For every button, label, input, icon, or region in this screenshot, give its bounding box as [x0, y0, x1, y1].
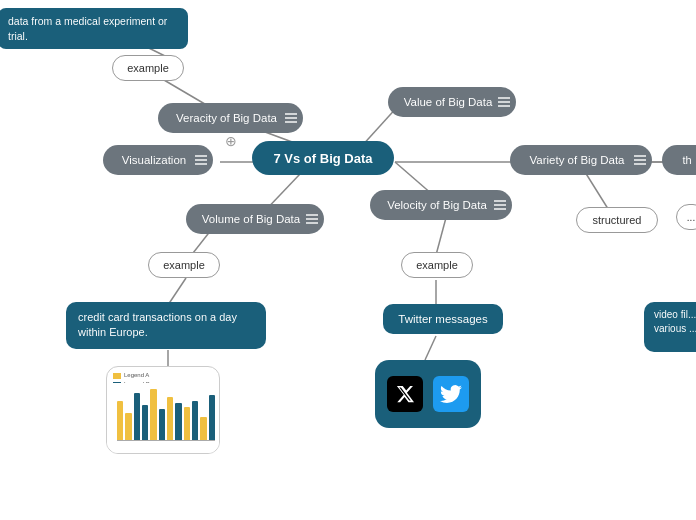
x-logo — [387, 376, 423, 412]
bar-9 — [184, 407, 190, 441]
connections-layer — [0, 0, 696, 520]
volume-menu-icon[interactable] — [306, 214, 318, 224]
node-right-partial[interactable]: th — [662, 145, 696, 175]
node-value[interactable]: Value of Big Data — [388, 87, 516, 117]
twitter-image — [375, 360, 481, 428]
velocity-menu-icon[interactable] — [494, 200, 506, 210]
twitter-bird-logo — [433, 376, 469, 412]
svg-line-10 — [168, 278, 186, 305]
node-structured[interactable]: structured — [576, 207, 658, 233]
chart-legend-1: Legend A — [124, 372, 149, 379]
bar-7 — [167, 397, 173, 441]
bar-12 — [209, 395, 215, 441]
node-twitter-messages[interactable]: Twitter messages — [383, 304, 503, 334]
bar-4 — [142, 405, 148, 441]
credit-card-bubble: credit card transactions on a day within… — [66, 302, 266, 349]
right-video-bubble: video fil... various ... — [644, 302, 696, 352]
mind-map-canvas: data from a medical experiment or trial.… — [0, 0, 696, 520]
node-variety[interactable]: Variety of Big Data — [510, 145, 652, 175]
top-info-bubble: data from a medical experiment or trial. — [0, 8, 188, 49]
node-central[interactable]: 7 Vs of Big Data — [252, 141, 394, 175]
right-partial-label: th — [682, 154, 691, 166]
bar-1 — [117, 401, 123, 441]
chart-image: Legend A Legend B — [106, 366, 220, 454]
variety-menu-icon[interactable] — [634, 155, 646, 165]
bar-11 — [200, 417, 206, 441]
node-visualization[interactable]: Visualization — [103, 145, 213, 175]
node-example3[interactable]: example — [401, 252, 473, 278]
node-volume[interactable]: Volume of Big Data — [186, 204, 324, 234]
node-veracity[interactable]: Veracity of Big Data ⊕ — [158, 103, 303, 133]
value-menu-icon[interactable] — [498, 97, 510, 107]
bar-5 — [150, 389, 156, 441]
visualization-menu-icon[interactable] — [195, 155, 207, 165]
bar-6 — [159, 409, 165, 441]
bar-3 — [134, 393, 140, 441]
node-velocity[interactable]: Velocity of Big Data — [370, 190, 512, 220]
svg-line-12 — [436, 214, 447, 255]
bar-10 — [192, 401, 198, 441]
node-example2[interactable]: example — [148, 252, 220, 278]
veracity-menu-icon[interactable] — [285, 113, 297, 123]
node-right-example[interactable]: ... — [676, 204, 696, 230]
bar-2 — [125, 413, 131, 441]
bar-8 — [175, 403, 181, 441]
svg-line-14 — [425, 336, 436, 360]
svg-line-6 — [585, 172, 610, 212]
veracity-expand[interactable]: ⊕ — [225, 133, 237, 149]
right-video-label: video fil... various ... — [654, 309, 696, 334]
node-example1[interactable]: example — [112, 55, 184, 81]
